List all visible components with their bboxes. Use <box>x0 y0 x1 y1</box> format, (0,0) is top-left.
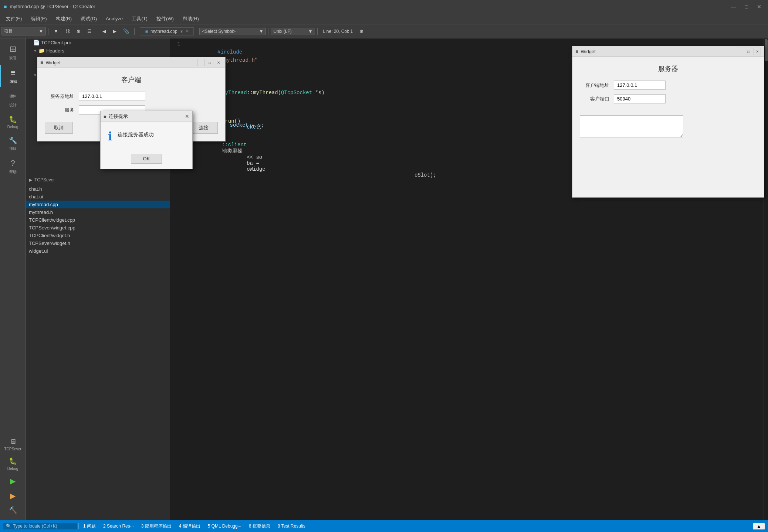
status-compile-output[interactable]: 4 编译输出 <box>176 523 203 529</box>
file-list-bottom: ▶ TCPSever chat.h chat.ui mythread.cpp m… <box>26 175 170 520</box>
sidebar-run-debug[interactable]: ▶ <box>3 488 23 503</box>
menu-debug[interactable]: 调试(D) <box>76 14 101 24</box>
sidebar-debug2[interactable]: 🐛 Debug <box>3 454 23 474</box>
toolbar-link-btn[interactable]: ⛓ <box>62 27 73 35</box>
sidebar-help[interactable]: ? 帮助 <box>0 156 26 178</box>
file-tab-close-icon[interactable]: ✕ <box>186 29 189 34</box>
server-minimize-btn[interactable]: — <box>736 48 743 55</box>
project-label-side: 项目 <box>9 146 17 151</box>
debug2-label: Debug <box>7 467 18 471</box>
debug-label: Debug <box>7 125 18 129</box>
status-problems[interactable]: 1 问题 <box>80 523 99 529</box>
status-overview[interactable]: 6 概要信息 <box>246 523 273 529</box>
status-search-input-area[interactable]: 🔍 Type to locate (Ctrl+K) <box>3 523 77 529</box>
server-message-area[interactable] <box>580 115 683 137</box>
scrollbar-thumb[interactable] <box>765 39 768 61</box>
dialog-icon: ■ <box>104 114 106 119</box>
toolbar-back-btn[interactable]: ◀ <box>99 27 109 35</box>
sidebar-tcpsever[interactable]: 🖥 TCPSever <box>3 435 23 454</box>
menu-file[interactable]: 文件(E) <box>1 14 26 24</box>
toolbar-filter-btn[interactable]: ▼ <box>51 27 61 35</box>
open-files-icon: ▶ <box>29 177 32 183</box>
file-list-item-4[interactable]: TCPClient/widget.cpp <box>26 216 170 224</box>
status-up-btn[interactable]: ▲ <box>753 523 765 530</box>
toolbar-separator-3 <box>134 28 135 35</box>
sidebar-build[interactable]: 🔨 <box>3 503 23 517</box>
client-address-input[interactable] <box>614 81 666 90</box>
minimize-button[interactable]: — <box>728 3 739 10</box>
server-maximize-btn[interactable]: □ <box>745 48 752 55</box>
file-list-item-6[interactable]: TCPClient/widget.h <box>26 232 170 239</box>
toolbar-new-btn[interactable]: ⊕ <box>74 27 84 35</box>
server-address-input[interactable] <box>79 92 145 101</box>
menu-edit[interactable]: 编辑(E) <box>26 14 51 24</box>
tree-arrow-headers: ▼ <box>33 49 37 53</box>
sidebar-design[interactable]: ✏ 设计 <box>0 89 26 111</box>
connect-button[interactable]: 连接 <box>190 122 218 134</box>
status-search-results[interactable]: 2 Search Res··· <box>100 524 137 529</box>
sidebar-project[interactable]: 🔧 项目 <box>0 133 26 154</box>
dialog-titlebar: ■ 连接提示 ✕ <box>101 111 192 122</box>
encoding-selector[interactable]: Unix (LF) ▼ <box>271 28 315 35</box>
file-list-item-1[interactable]: chat.ui <box>26 193 170 201</box>
tree-item-headers-folder[interactable]: ▼ 📁 Headers <box>26 47 170 55</box>
status-right: ▲ <box>753 523 765 530</box>
sidebar-run[interactable]: ▶ <box>3 474 23 488</box>
welcome-icon: ⊞ <box>10 44 16 54</box>
file-list-item-7[interactable]: TCPSever/widget.h <box>26 239 170 247</box>
server-close-btn[interactable]: ✕ <box>754 48 761 55</box>
toolbar-more-btn[interactable]: ⊕ <box>356 27 366 35</box>
status-app-output[interactable]: 3 应用程序输出 <box>138 523 175 529</box>
menu-controls[interactable]: 控件(W) <box>152 14 178 24</box>
file-list-item-3[interactable]: mythread.h <box>26 208 170 216</box>
cursor-position: Line: 20, Col: 1 <box>320 29 356 34</box>
menu-help[interactable]: 帮助(H) <box>178 14 203 24</box>
encoding-dropdown-arrow: ▼ <box>308 29 313 34</box>
symbol-dropdown-arrow: ▼ <box>259 29 264 34</box>
project-dropdown-arrow: ▼ <box>39 29 43 34</box>
maximize-button[interactable]: □ <box>742 3 751 10</box>
file-tab-icon: ⊞ <box>145 29 148 34</box>
tcpsever-icon: 🖥 <box>10 438 16 446</box>
tcpsever-label: TCPSever <box>4 447 21 451</box>
dialog-ok-button[interactable]: OK <box>131 154 162 164</box>
status-test-results[interactable]: 8 Test Results <box>275 524 308 529</box>
client-maximize-btn[interactable]: □ <box>206 59 213 66</box>
menu-build[interactable]: 构建(B) <box>51 14 76 24</box>
sidebar-icons: ⊞ 欢迎 ≡ 编辑 ✏ 设计 🐛 Debug 🔧 项目 ? 帮助 🖥 TCPSe… <box>0 38 26 520</box>
toolbar-forward-btn[interactable]: ▶ <box>110 27 119 35</box>
debug2-icon: 🐛 <box>9 457 17 465</box>
project-selector[interactable]: 项目 ▼ <box>1 27 46 35</box>
file-list-item-8[interactable]: widget.ui <box>26 247 170 255</box>
server-window-title: Widget <box>581 49 595 54</box>
client-port-input[interactable] <box>614 94 666 103</box>
welcome-label: 欢迎 <box>9 55 17 61</box>
toolbar: 项目 ▼ ▼ ⛓ ⊕ ☰ ◀ ▶ 📎 ⊞ mythread.cpp ▼ ✕ <S… <box>0 24 768 38</box>
file-tab[interactable]: ⊞ mythread.cpp ▼ ✕ <box>140 27 194 35</box>
sidebar-debug[interactable]: 🐛 Debug <box>0 112 26 132</box>
sidebar-edit[interactable]: ≡ 编辑 <box>0 65 26 87</box>
sidebar-welcome[interactable]: ⊞ 欢迎 <box>0 41 26 64</box>
tree-item-tcpclientpro[interactable]: 📄 TCPClient.pro <box>26 38 170 47</box>
file-list-item-2[interactable]: mythread.cpp <box>26 201 170 208</box>
status-qml-debug[interactable]: 5 QML Debugg··· <box>205 524 244 529</box>
status-bar: 🔍 Type to locate (Ctrl+K) 1 问题 2 Search … <box>0 520 768 532</box>
file-tab-arrow: ▼ <box>180 29 184 34</box>
menu-analyze[interactable]: Analyze <box>101 14 127 23</box>
client-close-btn[interactable]: ✕ <box>215 59 222 66</box>
close-button[interactable]: ✕ <box>754 3 764 10</box>
open-files-header: ▶ TCPSever <box>26 175 170 185</box>
client-minimize-btn[interactable]: — <box>197 59 204 66</box>
dialog-close-btn[interactable]: ✕ <box>185 113 189 119</box>
toolbar-save-btn[interactable]: ☰ <box>84 27 95 35</box>
tree-label-headers: Headers <box>46 48 64 54</box>
debug-icon: 🐛 <box>9 115 17 123</box>
help-icon: ? <box>10 158 15 168</box>
menu-tools[interactable]: 工具(T) <box>127 14 152 24</box>
file-list-item-5[interactable]: TCPSever/widget.cpp <box>26 224 170 232</box>
cancel-button[interactable]: 取消 <box>45 122 73 134</box>
dialog-info-icon: ℹ <box>108 129 112 143</box>
toolbar-bookmark-btn[interactable]: 📎 <box>120 27 132 35</box>
file-list-item-0[interactable]: chat.h <box>26 185 170 193</box>
symbol-selector[interactable]: <Select Symbol> ▼ <box>199 28 266 35</box>
